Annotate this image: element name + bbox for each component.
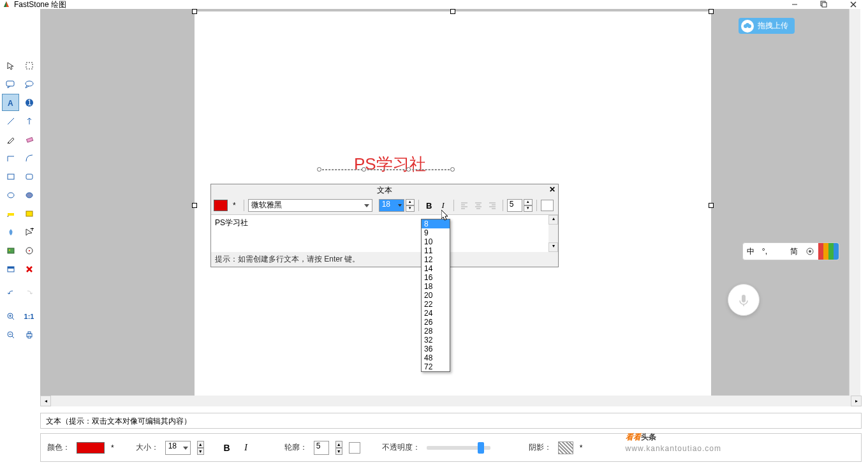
maximize-button[interactable] bbox=[809, 0, 839, 9]
font-size-down[interactable]: ▼ bbox=[406, 205, 415, 212]
text-dialog-titlebar[interactable]: 文本 ✕ bbox=[211, 184, 558, 196]
curve-tool[interactable] bbox=[20, 149, 38, 167]
delete-tool[interactable] bbox=[20, 260, 38, 278]
ime-punct-icon[interactable]: °, bbox=[758, 243, 771, 260]
size-option[interactable]: 11 bbox=[422, 246, 450, 255]
move-tool[interactable]: + bbox=[20, 223, 38, 241]
size-option[interactable]: 12 bbox=[422, 255, 450, 264]
callout-rect-tool[interactable] bbox=[2, 75, 19, 93]
ime-settings-icon[interactable] bbox=[802, 243, 818, 260]
size-option[interactable]: 10 bbox=[422, 237, 450, 246]
horizontal-scrollbar[interactable]: ◂ ▸ bbox=[40, 396, 862, 406]
size-option[interactable]: 26 bbox=[422, 318, 450, 327]
size-option[interactable]: 18 bbox=[422, 282, 450, 291]
canvas-handle[interactable] bbox=[192, 203, 197, 208]
selection-handle[interactable] bbox=[406, 167, 411, 172]
minimize-button[interactable] bbox=[780, 0, 809, 9]
rect-tool[interactable] bbox=[2, 168, 19, 185]
bottom-size-combo[interactable]: 18 bbox=[165, 441, 191, 455]
pointer-tool[interactable] bbox=[2, 57, 19, 74]
bottom-bold-button[interactable]: B bbox=[221, 441, 233, 454]
redo-button[interactable] bbox=[20, 284, 38, 301]
textarea-scrollbar[interactable]: ▴ ▾ bbox=[548, 215, 558, 252]
ime-lang[interactable]: 中 bbox=[743, 243, 758, 260]
text-dialog-close-button[interactable]: ✕ bbox=[549, 185, 555, 194]
target-tool[interactable] bbox=[20, 242, 38, 259]
canvas[interactable]: PS学习社 文本 ✕ * 微软雅黑 18 ▲ ▼ bbox=[195, 11, 711, 401]
align-right-button[interactable] bbox=[486, 199, 499, 212]
drag-upload-badge[interactable]: 拖拽上传 bbox=[739, 18, 795, 34]
undo-button[interactable] bbox=[2, 284, 19, 301]
size-up[interactable]: ▲ bbox=[197, 441, 204, 448]
scroll-left-icon[interactable]: ◂ bbox=[40, 396, 51, 406]
opacity-thumb[interactable] bbox=[478, 442, 484, 454]
size-option[interactable]: 20 bbox=[422, 291, 450, 300]
bottom-italic-button[interactable]: I bbox=[240, 441, 253, 454]
spacing-input[interactable]: 5 bbox=[507, 199, 522, 212]
scroll-up-icon[interactable]: ▴ bbox=[548, 215, 558, 225]
align-center-button[interactable] bbox=[472, 199, 485, 212]
print-button[interactable] bbox=[20, 326, 38, 343]
font-size-up[interactable]: ▲ bbox=[406, 199, 415, 205]
size-option[interactable]: 22 bbox=[422, 300, 450, 309]
pencil-tool[interactable] bbox=[2, 131, 19, 148]
arrow-tool[interactable] bbox=[20, 112, 38, 130]
text-tool[interactable]: A bbox=[2, 94, 19, 111]
voice-input-button[interactable] bbox=[728, 284, 760, 316]
close-button[interactable] bbox=[839, 0, 868, 9]
size-option[interactable]: 72 bbox=[422, 362, 450, 371]
canvas-handle[interactable] bbox=[192, 9, 197, 14]
canvas-handle[interactable] bbox=[450, 9, 455, 14]
rounded-rect-tool[interactable] bbox=[20, 168, 38, 185]
canvas-text-object[interactable]: PS学习社 bbox=[354, 153, 426, 175]
align-left-button[interactable] bbox=[458, 199, 471, 212]
line-tool[interactable] bbox=[2, 112, 19, 130]
size-down[interactable]: ▼ bbox=[197, 448, 204, 455]
outline-up[interactable]: ▲ bbox=[335, 441, 342, 448]
outline-input[interactable]: 5 bbox=[314, 441, 329, 455]
size-option[interactable]: 48 bbox=[422, 353, 450, 362]
size-option[interactable]: 32 bbox=[422, 336, 450, 345]
canvas-handle[interactable] bbox=[709, 9, 714, 14]
shadow-color-swatch[interactable] bbox=[541, 200, 554, 211]
text-color-swatch[interactable] bbox=[214, 200, 228, 211]
outline-down[interactable]: ▼ bbox=[335, 448, 342, 455]
number-stamp-tool[interactable]: 1 bbox=[20, 94, 38, 111]
opacity-slider[interactable] bbox=[427, 446, 490, 450]
image-tool[interactable] bbox=[2, 242, 19, 259]
eraser-tool[interactable] bbox=[20, 131, 38, 148]
selection-handle[interactable] bbox=[450, 167, 455, 172]
size-option[interactable]: 24 bbox=[422, 309, 450, 318]
shadow-pattern-swatch[interactable] bbox=[558, 441, 573, 454]
selection-handle[interactable] bbox=[362, 167, 366, 172]
fill-rect-tool[interactable] bbox=[20, 205, 38, 222]
scroll-right-icon[interactable]: ▸ bbox=[851, 396, 862, 406]
spacing-up[interactable]: ▲ bbox=[524, 199, 533, 205]
marquee-tool[interactable] bbox=[20, 57, 38, 74]
scroll-down-icon[interactable]: ▾ bbox=[548, 242, 558, 252]
blur-tool[interactable] bbox=[2, 223, 19, 241]
spacing-down[interactable]: ▼ bbox=[524, 205, 533, 212]
ime-bar[interactable]: 中 °, 简 bbox=[742, 242, 839, 260]
canvas-handle[interactable] bbox=[709, 203, 714, 208]
filled-ellipse-tool[interactable] bbox=[20, 186, 38, 204]
size-option[interactable]: 36 bbox=[422, 345, 450, 353]
outline-color-swatch[interactable] bbox=[349, 442, 360, 454]
font-size-dropdown[interactable]: 89101112141618202224262832364872 bbox=[421, 219, 450, 372]
zoom-actual-button[interactable]: 1:1 bbox=[20, 308, 38, 325]
size-option[interactable]: 14 bbox=[422, 264, 450, 273]
ime-mode[interactable]: 简 bbox=[786, 243, 802, 260]
font-size-combo[interactable]: 18 bbox=[379, 199, 404, 212]
zoom-in-button[interactable] bbox=[2, 308, 19, 325]
font-family-combo[interactable]: 微软雅黑 bbox=[248, 199, 372, 212]
callout-ellipse-tool[interactable] bbox=[20, 75, 38, 93]
ime-moon-icon[interactable] bbox=[771, 243, 786, 260]
selection-handle[interactable] bbox=[317, 167, 321, 172]
size-option[interactable]: 9 bbox=[422, 228, 450, 237]
polyline-tool[interactable] bbox=[2, 149, 19, 167]
bottom-color-swatch[interactable] bbox=[77, 442, 105, 454]
size-option[interactable]: 16 bbox=[422, 273, 450, 282]
bold-button[interactable]: B bbox=[423, 199, 436, 212]
highlight-tool[interactable] bbox=[2, 205, 19, 222]
size-option[interactable]: 28 bbox=[422, 327, 450, 336]
